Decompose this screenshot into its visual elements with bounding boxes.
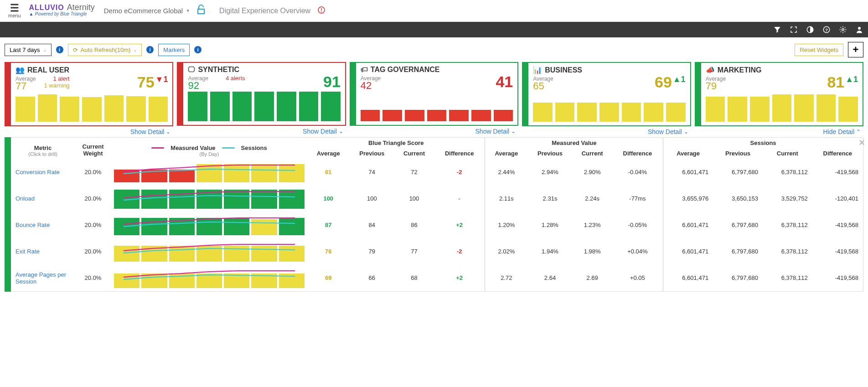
detail-panel: × Metric (Click to drill) Current Weight… xyxy=(5,137,863,292)
brand-aternity: Aternity xyxy=(67,4,95,10)
card-title: TAG GOVERNANCE xyxy=(371,66,440,74)
ss-avg: 3,655,976 xyxy=(663,186,713,212)
detail-link-label: Show Detail xyxy=(130,128,165,135)
ss-prev: 6,797,680 xyxy=(713,238,763,265)
sparkline-bars xyxy=(533,94,685,122)
bt-prev: 100 xyxy=(350,186,395,212)
settings-icon[interactable] xyxy=(839,26,847,34)
weight-cell: 20.0% xyxy=(75,186,111,212)
current-value: 41 xyxy=(496,75,513,88)
metric-link[interactable]: Exit Rate xyxy=(16,248,40,255)
col-difference: Difference xyxy=(812,148,863,159)
menu-button[interactable]: ☰ menu xyxy=(5,3,25,19)
ss-diff: -419,568 xyxy=(812,212,863,238)
col-weight: Current Weight xyxy=(78,143,108,157)
detail-toggle-synthetic[interactable]: Show Detail ⌄ xyxy=(177,126,346,135)
detail-toggle-marketing[interactable]: Hide Detail ⌃ xyxy=(695,126,863,135)
markers-button[interactable]: Markers xyxy=(158,44,190,56)
bt-diff: +2 xyxy=(456,274,463,281)
metric-link[interactable]: Bounce Rate xyxy=(16,222,50,228)
daterange-button[interactable]: Last 7 days ⌄ xyxy=(5,44,52,56)
mv-cur: 2.69 xyxy=(573,265,612,291)
detail-link-label: Show Detail xyxy=(648,128,682,135)
reset-widgets-button[interactable]: Reset Widgets xyxy=(795,44,843,56)
mv-prev: 2.64 xyxy=(527,265,573,291)
weight-cell: 20.0% xyxy=(75,159,111,186)
table-row: Conversion Rate 20.0% 61 74 72 -2 2.44% … xyxy=(11,159,863,186)
bt-cur: 68 xyxy=(394,265,434,291)
refresh-icon: ⟳ xyxy=(73,46,78,53)
info-icon[interactable]: i xyxy=(146,46,154,53)
avg-value: 92 xyxy=(188,82,208,89)
brand-block: ALLUVIO Aternity ▲Powered by Blue Triang… xyxy=(29,4,95,17)
bt-cur: 72 xyxy=(394,159,434,186)
avg-value: 65 xyxy=(533,83,553,90)
daterange-label: Last 7 days xyxy=(10,46,40,53)
col-current: Current xyxy=(573,148,612,159)
card-realuser[interactable]: 👥REAL USER Average 77 1 alert 1 warning … xyxy=(5,62,173,126)
ss-cur: 6,378,112 xyxy=(763,212,812,238)
col-difference: Difference xyxy=(612,148,663,159)
business-icon: 📊 xyxy=(533,66,542,74)
mv-prev: 1.94% xyxy=(527,238,573,265)
col-metric-hint: (Click to drill) xyxy=(14,151,72,157)
legend-measured-label: Measured Value xyxy=(170,144,215,151)
group-bts: Blue Triangle Score xyxy=(307,138,485,148)
close-icon[interactable]: × xyxy=(859,137,865,149)
add-widget-button[interactable]: + xyxy=(848,42,863,57)
alert-icon[interactable] xyxy=(318,6,325,15)
sparkline-bars xyxy=(188,94,340,121)
chevron-icon: ⌄ xyxy=(511,128,516,134)
card-business[interactable]: 📊BUSINESS Average 65 69▲1 xyxy=(522,62,691,126)
mini-chart xyxy=(114,242,305,262)
mv-diff: -0.04% xyxy=(612,159,663,186)
info-icon[interactable]: i xyxy=(56,46,63,53)
ss-cur: 6,378,112 xyxy=(763,265,812,291)
user-icon[interactable] xyxy=(855,26,863,34)
metric-link[interactable]: Onload xyxy=(16,195,35,202)
card-synthetic[interactable]: 🖵SYNTHETIC Average 92 4 alerts 91 xyxy=(177,62,346,126)
bt-diff: - xyxy=(459,195,460,202)
col-previous: Previous xyxy=(527,148,573,159)
chart-legend: Measured Value Sessions xyxy=(114,144,305,151)
tenant-selector[interactable]: Demo eCommerce Global ▼ xyxy=(104,7,190,15)
card-marketing[interactable]: 📣MARKETING Average 79 81▲1 xyxy=(695,62,863,126)
bt-diff: -2 xyxy=(457,248,462,255)
legend-measured-swatch xyxy=(151,147,164,149)
detail-toggle-tag[interactable]: Show Detail ⌄ xyxy=(350,126,518,135)
chevron-down-icon: ⌄ xyxy=(133,47,137,52)
table-row: Onload 20.0% 100 100 100 - 2.11s 2.31s 2… xyxy=(11,186,863,212)
alert-text: 4 alerts xyxy=(226,75,245,82)
help-icon[interactable]: ? xyxy=(822,26,831,34)
bt-avg: 69 xyxy=(325,274,331,281)
filter-icon[interactable] xyxy=(773,26,781,34)
metric-link[interactable]: Conversion Rate xyxy=(16,169,60,175)
metric-link[interactable]: Average Pages per Session xyxy=(16,271,72,285)
marketing-icon: 📣 xyxy=(706,66,715,74)
mini-chart xyxy=(114,215,305,235)
bt-avg: 76 xyxy=(325,248,331,255)
unlock-icon[interactable] xyxy=(196,5,206,17)
fullscreen-icon[interactable] xyxy=(790,26,798,34)
detail-toggle-realuser[interactable]: Show Detail ⌄ xyxy=(5,126,173,135)
info-icon[interactable]: i xyxy=(194,46,202,53)
col-previous: Previous xyxy=(713,148,763,159)
card-tag[interactable]: 🏷TAG GOVERNANCE Average 42 41 xyxy=(350,62,518,126)
brand-alluvio: ALLUVIO xyxy=(29,5,64,11)
card-title: MARKETING xyxy=(718,66,762,74)
bt-prev: 84 xyxy=(350,212,395,238)
table-row: Bounce Rate 20.0% 87 84 86 +2 1.20% 1.28… xyxy=(11,212,863,238)
ss-diff: -419,568 xyxy=(812,265,863,291)
contrast-icon[interactable] xyxy=(806,26,814,34)
bt-cur: 77 xyxy=(394,238,434,265)
ss-prev: 6,797,680 xyxy=(713,212,763,238)
card-title: REAL USER xyxy=(27,66,69,74)
bt-prev: 66 xyxy=(350,265,395,291)
legend-sessions-label: Sessions xyxy=(241,144,267,151)
detail-toggle-business[interactable]: Show Detail ⌄ xyxy=(522,126,691,135)
autorefresh-button[interactable]: ⟳ Auto Refresh(10m) ⌄ xyxy=(68,44,142,56)
bt-cur: 100 xyxy=(394,186,434,212)
caret-down-icon: ▼ xyxy=(186,8,190,13)
ss-avg: 6,601,471 xyxy=(663,238,713,265)
detail-link-label: Hide Detail xyxy=(823,128,854,135)
